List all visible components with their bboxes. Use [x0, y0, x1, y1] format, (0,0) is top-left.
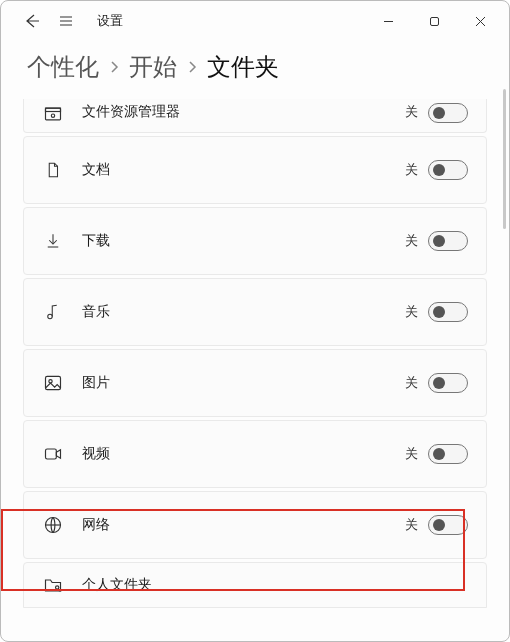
- row-state: 关: [405, 516, 418, 534]
- toggle-switch[interactable]: [428, 231, 468, 251]
- row-label: 下载: [82, 232, 405, 250]
- svg-point-9: [56, 586, 59, 589]
- row-state: 关: [405, 303, 418, 321]
- svg-rect-7: [46, 449, 57, 459]
- network-icon: [42, 514, 64, 536]
- row-label: 图片: [82, 374, 405, 392]
- list-item[interactable]: 文件资源管理器 关: [23, 99, 487, 133]
- folder-toggle-list: 文件资源管理器 关 文档 关 下载 关: [23, 99, 487, 608]
- document-icon: [42, 159, 64, 181]
- list-item[interactable]: 文档 关: [23, 136, 487, 204]
- back-icon[interactable]: [23, 12, 41, 30]
- list-item[interactable]: 音乐 关: [23, 278, 487, 346]
- videos-icon: [42, 443, 64, 465]
- row-state: 关: [405, 232, 418, 250]
- row-state: 关: [405, 445, 418, 463]
- app-title: 设置: [97, 13, 123, 30]
- caption-buttons: [365, 5, 503, 37]
- music-icon: [42, 301, 64, 323]
- settings-window: 设置 个性化 开始 文件夹 文件资源管理器: [0, 0, 510, 642]
- chevron-right-icon: [187, 60, 197, 74]
- list-item[interactable]: 个人文件夹: [23, 562, 487, 608]
- list-item[interactable]: 下载 关: [23, 207, 487, 275]
- file-explorer-icon: [42, 103, 64, 125]
- toggle-switch[interactable]: [428, 444, 468, 464]
- chevron-right-icon: [109, 60, 119, 74]
- toggle-switch[interactable]: [428, 302, 468, 322]
- row-label: 视频: [82, 445, 405, 463]
- row-state: 关: [405, 103, 418, 121]
- content-area: 文件资源管理器 关 文档 关 下载 关: [1, 99, 509, 641]
- svg-point-3: [51, 114, 54, 117]
- titlebar: 设置: [1, 1, 509, 41]
- toggle-switch[interactable]: [428, 373, 468, 393]
- close-button[interactable]: [457, 5, 503, 37]
- scrollbar-thumb[interactable]: [503, 89, 506, 229]
- toggle-switch[interactable]: [428, 515, 468, 535]
- breadcrumb: 个性化 开始 文件夹: [1, 41, 509, 99]
- row-label: 文件资源管理器: [82, 103, 405, 121]
- row-state: 关: [405, 161, 418, 179]
- breadcrumb-personalization[interactable]: 个性化: [27, 51, 99, 83]
- breadcrumb-folders: 文件夹: [207, 51, 279, 83]
- svg-point-4: [48, 314, 53, 319]
- svg-rect-0: [430, 17, 438, 25]
- personal-folder-icon: [42, 574, 64, 596]
- minimize-button[interactable]: [365, 5, 411, 37]
- pictures-icon: [42, 372, 64, 394]
- download-icon: [42, 230, 64, 252]
- svg-rect-2: [46, 108, 61, 111]
- list-item[interactable]: 网络 关: [23, 491, 487, 559]
- svg-rect-5: [46, 376, 61, 389]
- breadcrumb-start[interactable]: 开始: [129, 51, 177, 83]
- row-state: 关: [405, 374, 418, 392]
- toggle-switch[interactable]: [428, 103, 468, 123]
- list-item[interactable]: 视频 关: [23, 420, 487, 488]
- row-label: 音乐: [82, 303, 405, 321]
- list-item[interactable]: 图片 关: [23, 349, 487, 417]
- row-label: 个人文件夹: [82, 576, 468, 594]
- menu-icon[interactable]: [57, 12, 75, 30]
- row-label: 网络: [82, 516, 405, 534]
- maximize-button[interactable]: [411, 5, 457, 37]
- row-label: 文档: [82, 161, 405, 179]
- toggle-switch[interactable]: [428, 160, 468, 180]
